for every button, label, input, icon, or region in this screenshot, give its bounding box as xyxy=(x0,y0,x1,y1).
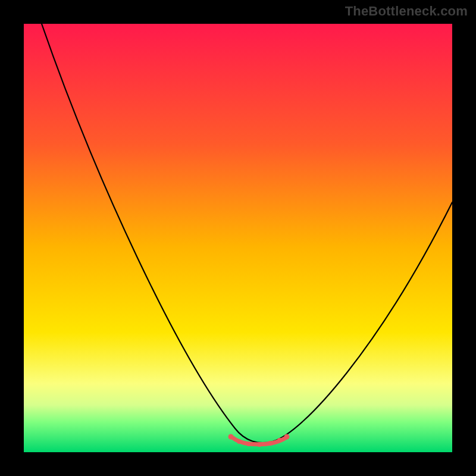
flat-region-dot xyxy=(257,442,262,447)
flat-region-dot xyxy=(277,438,282,443)
plot-area xyxy=(24,24,452,452)
bottleneck-curve xyxy=(42,24,452,443)
flat-region-dot xyxy=(228,434,234,440)
flat-region-dot xyxy=(246,441,251,446)
curve-svg xyxy=(24,24,452,452)
flat-region-dot xyxy=(237,439,242,444)
flat-region-dot xyxy=(268,441,273,446)
flat-region-dot xyxy=(284,434,290,440)
watermark-text: TheBottleneck.com xyxy=(345,4,468,19)
chart-frame: TheBottleneck.com xyxy=(0,0,476,476)
